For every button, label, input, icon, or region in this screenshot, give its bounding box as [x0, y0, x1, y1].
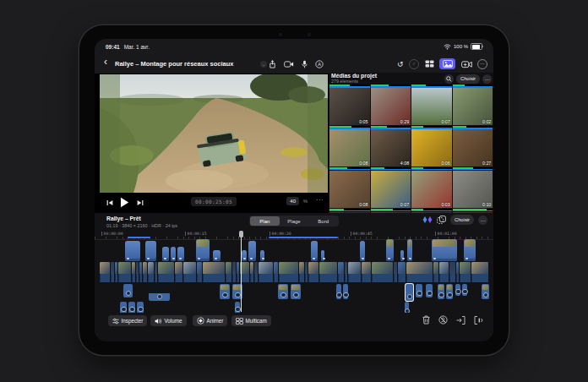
audio-clip[interactable] [438, 284, 444, 299]
multicam-button[interactable]: Multicam [231, 315, 271, 326]
volume-button[interactable]: Volume [150, 315, 187, 326]
history-undo-icon[interactable]: ↺ [397, 60, 404, 68]
audio-clip[interactable] [137, 302, 144, 313]
media-thumbnail-rusty-wall[interactable]: 0:08 [329, 167, 370, 208]
title-clip[interactable] [248, 241, 256, 261]
storyline-clip[interactable] [143, 262, 147, 282]
storyline-clip[interactable] [237, 262, 239, 282]
media-thumbnail-crashed-car-headlight[interactable]: 0:07 [371, 167, 411, 208]
storyline-clip[interactable] [155, 262, 157, 282]
audio-disable-icon[interactable] [438, 315, 448, 325]
multiview-icon[interactable] [425, 60, 434, 68]
audio-clip[interactable] [336, 284, 341, 299]
title-clip[interactable] [145, 241, 156, 261]
animate-button[interactable]: Animer [193, 315, 227, 326]
media-thumbnail-workshop-red-part[interactable]: 0:29 [371, 85, 411, 125]
storyline-clip[interactable] [139, 262, 142, 282]
storyline-clip[interactable] [398, 262, 406, 282]
storyline-clip[interactable] [132, 262, 135, 282]
media-thumbnail-engine-parts[interactable]: 0:05 [329, 85, 370, 125]
storyline-clip[interactable] [226, 262, 231, 282]
storyline-clip[interactable] [372, 262, 393, 282]
search-icon[interactable] [444, 74, 454, 84]
storyline-clip[interactable] [348, 262, 361, 282]
trash-icon[interactable] [422, 315, 430, 325]
storyline-clip[interactable] [232, 262, 236, 282]
storyline-clip[interactable] [433, 262, 438, 282]
storyline-clip[interactable] [118, 262, 131, 282]
connected-storyline-bar[interactable] [269, 237, 338, 238]
storyline-clip[interactable] [279, 262, 298, 282]
title-clip[interactable] [311, 241, 318, 261]
audio-clip[interactable] [462, 284, 467, 296]
import-camera-icon[interactable] [461, 60, 472, 68]
title-clip[interactable] [400, 250, 404, 261]
title-clip[interactable] [177, 247, 184, 261]
viewer-zoom-value[interactable]: 40 [286, 197, 299, 205]
title-clip[interactable] [171, 247, 176, 261]
audio-clip[interactable] [123, 284, 133, 297]
storyline-clip[interactable] [203, 262, 225, 282]
video-viewer[interactable] [100, 74, 328, 193]
title-clip[interactable] [125, 241, 140, 261]
storyline-clip[interactable] [115, 262, 117, 282]
audio-clip[interactable] [149, 284, 170, 301]
viewer-more-icon[interactable]: ⋯ [316, 196, 323, 204]
storyline-clip[interactable] [345, 262, 347, 282]
storyline-clip[interactable] [259, 262, 273, 282]
title-clip[interactable] [386, 239, 394, 261]
media-thumbnail-rally-car-dirt[interactable]: 0:08 [329, 126, 370, 166]
storyline-clip[interactable] [338, 262, 344, 282]
audio-clip[interactable] [405, 302, 409, 313]
media-thumbnail-rally-car-on-track[interactable]: 0:07 [411, 85, 452, 125]
playhead-handle[interactable] [239, 231, 243, 237]
inspector-button[interactable]: Inspecter [108, 315, 147, 326]
storyline-clip[interactable] [175, 262, 182, 282]
storyline-clip[interactable] [319, 262, 337, 282]
overwrite-edit-icon[interactable] [474, 316, 483, 325]
audio-clip[interactable] [120, 302, 127, 313]
camera-record-icon[interactable] [284, 61, 294, 68]
storyline-clip[interactable] [111, 262, 114, 282]
back-button[interactable]: ‹ [104, 56, 107, 68]
skip-back-icon[interactable] [106, 199, 113, 206]
voiceover-icon[interactable]: A [315, 60, 324, 68]
storyline-clip[interactable] [299, 262, 304, 282]
audio-clip[interactable] [343, 284, 348, 299]
title-clip[interactable] [360, 241, 365, 261]
audio-clip[interactable] [446, 284, 453, 299]
media-thumbnail-green-car[interactable]: 0:02 [453, 85, 493, 125]
title-clip[interactable] [242, 250, 247, 261]
insert-edit-icon[interactable] [456, 316, 466, 325]
storyline-clip[interactable] [250, 262, 253, 282]
storyline-clip[interactable] [439, 262, 449, 282]
title-clip[interactable] [432, 239, 457, 261]
audio-clip[interactable] [128, 302, 135, 313]
audio-clip[interactable] [426, 284, 433, 297]
audio-clip[interactable] [291, 284, 301, 299]
connected-storyline-bar[interactable] [128, 237, 150, 238]
audio-clip[interactable] [482, 284, 489, 299]
audio-clip[interactable] [406, 284, 413, 301]
storyline-clip[interactable] [362, 262, 371, 282]
storyline-clip[interactable] [100, 262, 110, 282]
media-more-icon[interactable]: ⋯ [482, 74, 492, 84]
media-choose-button[interactable]: Choisir [456, 74, 480, 84]
storyline-clip[interactable] [305, 262, 308, 282]
storyline-clip[interactable] [158, 262, 174, 282]
storyline-clip[interactable] [460, 262, 471, 282]
audio-clip[interactable] [416, 284, 422, 297]
browser-media-button[interactable] [439, 58, 455, 69]
media-thumbnail-barn-roof-structure[interactable]: 4:08 [371, 126, 411, 166]
media-thumbnail-garage-wall[interactable]: 0:27 [453, 126, 493, 166]
storyline-clip[interactable] [148, 262, 154, 282]
storyline-clip[interactable] [274, 262, 278, 282]
title-clip[interactable] [196, 239, 210, 261]
storyline-clip[interactable] [471, 262, 488, 282]
title-chevron-icon[interactable]: ⌄ [260, 61, 267, 68]
title-clip[interactable] [321, 250, 324, 261]
audio-clip[interactable] [278, 284, 288, 299]
microphone-icon[interactable] [302, 60, 308, 68]
play-button[interactable] [120, 197, 129, 208]
title-clip[interactable] [407, 239, 412, 261]
